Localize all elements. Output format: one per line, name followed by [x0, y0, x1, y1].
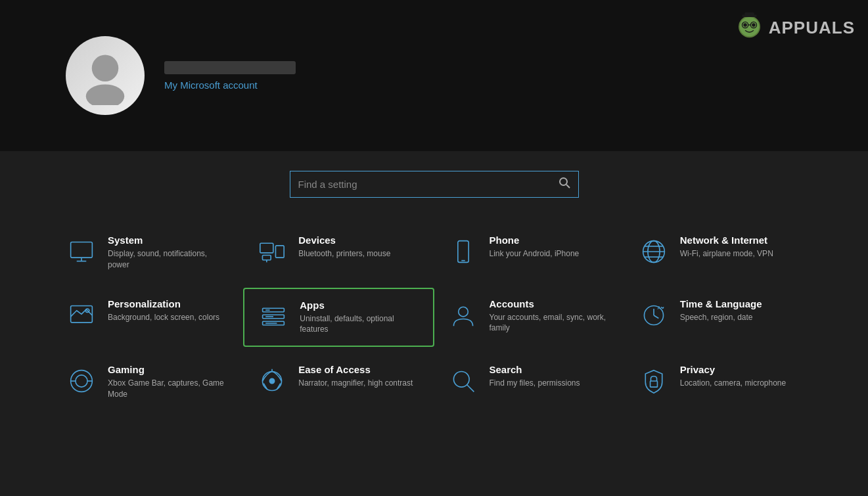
phone-title: Phone	[490, 235, 580, 246]
accounts-text: AccountsYour accounts, email, sync, work…	[490, 298, 612, 334]
setting-item-devices[interactable]: DevicesBluetooth, printers, mouse	[243, 224, 434, 281]
avatar-icon	[76, 46, 135, 105]
time-desc: Speech, region, date	[680, 312, 762, 323]
setting-item-privacy[interactable]: PrivacyLocation, camera, microphone	[625, 353, 815, 411]
search-desc: Find my files, permissions	[490, 378, 580, 389]
setting-item-gaming[interactable]: GamingXbox Game Bar, captures, Game Mode	[53, 353, 243, 411]
svg-rect-18	[263, 255, 271, 259]
personalization-text: PersonalizationBackground, lock screen, …	[108, 298, 219, 323]
privacy-text: PrivacyLocation, camera, microphone	[680, 364, 786, 389]
privacy-icon	[638, 365, 670, 397]
svg-rect-13	[71, 242, 93, 258]
personalization-icon	[66, 300, 97, 331]
phone-icon	[447, 236, 479, 267]
phone-text: PhoneLink your Android, iPhone	[490, 235, 580, 259]
setting-item-search[interactable]: SearchFind my files, permissions	[434, 353, 625, 411]
settings-grid: SystemDisplay, sound, notifications, pow…	[53, 224, 815, 411]
avatar	[66, 36, 145, 115]
search-button[interactable]	[559, 177, 570, 192]
svg-point-2	[743, 23, 747, 27]
accounts-icon	[447, 300, 479, 331]
devices-icon	[256, 236, 288, 267]
apps-text: AppsUninstall, defaults, optional featur…	[300, 300, 419, 336]
privacy-title: Privacy	[680, 364, 786, 375]
system-desc: Display, sound, notifications, power	[108, 248, 230, 271]
svg-rect-8	[744, 12, 754, 17]
network-icon	[638, 236, 670, 267]
svg-rect-49	[650, 381, 657, 387]
apps-title: Apps	[300, 300, 419, 311]
gaming-text: GamingXbox Game Bar, captures, Game Mode	[108, 364, 230, 400]
svg-point-45	[270, 379, 275, 384]
system-title: System	[108, 235, 230, 246]
svg-point-9	[92, 55, 119, 82]
svg-line-38	[654, 315, 658, 319]
svg-rect-17	[276, 246, 285, 258]
svg-rect-16	[260, 243, 273, 253]
devices-title: Devices	[298, 235, 390, 246]
setting-item-personalization[interactable]: PersonalizationBackground, lock screen, …	[53, 288, 243, 348]
ease-icon	[256, 365, 288, 397]
network-desc: Wi-Fi, airplane mode, VPN	[680, 248, 773, 259]
personalization-desc: Background, lock screen, colors	[108, 312, 219, 323]
svg-line-48	[467, 385, 474, 392]
ease-title: Ease of Access	[298, 364, 413, 375]
svg-point-35	[458, 307, 468, 317]
svg-point-10	[86, 85, 125, 106]
search-title: Search	[490, 364, 580, 375]
svg-point-3	[752, 23, 756, 27]
search-icon	[447, 365, 479, 397]
devices-text: DevicesBluetooth, printers, mouse	[298, 235, 390, 259]
header: APPUALS My Microsoft account	[0, 0, 868, 151]
microsoft-account-link[interactable]: My Microsoft account	[164, 79, 296, 91]
setting-item-phone[interactable]: PhoneLink your Android, iPhone	[434, 224, 625, 281]
gaming-desc: Xbox Game Bar, captures, Game Mode	[108, 378, 230, 400]
time-text: Time & LanguageSpeech, region, date	[680, 298, 762, 323]
main-content: SystemDisplay, sound, notifications, pow…	[0, 151, 868, 496]
svg-rect-20	[457, 241, 468, 263]
appuals-mascot-icon	[731, 10, 767, 46]
system-text: SystemDisplay, sound, notifications, pow…	[108, 235, 230, 271]
svg-point-41	[76, 375, 87, 387]
setting-item-network[interactable]: Network & InternetWi-Fi, airplane mode, …	[625, 224, 815, 281]
gaming-icon	[66, 365, 97, 397]
svg-text:A: A	[657, 305, 660, 311]
search-box[interactable]	[290, 171, 579, 198]
time-title: Time & Language	[680, 298, 762, 309]
personalization-title: Personalization	[108, 298, 219, 309]
network-title: Network & Internet	[680, 235, 773, 246]
ease-text: Ease of AccessNarrator, magnifier, high …	[298, 364, 413, 389]
gaming-title: Gaming	[108, 364, 230, 375]
apps-desc: Uninstall, defaults, optional features	[300, 313, 419, 336]
profile-name-blur	[164, 61, 296, 74]
network-text: Network & InternetWi-Fi, airplane mode, …	[680, 235, 773, 259]
setting-item-time[interactable]: A Time & LanguageSpeech, region, date	[625, 288, 815, 348]
search-input[interactable]	[298, 179, 559, 190]
accounts-desc: Your accounts, email, sync, work, family	[490, 312, 612, 334]
search-container	[53, 171, 815, 198]
search-icon	[559, 177, 570, 189]
setting-item-apps[interactable]: AppsUninstall, defaults, optional featur…	[243, 288, 434, 348]
phone-desc: Link your Android, iPhone	[490, 248, 580, 259]
ease-desc: Narrator, magnifier, high contrast	[298, 378, 413, 389]
devices-desc: Bluetooth, printers, mouse	[298, 248, 390, 259]
profile-info: My Microsoft account	[164, 61, 296, 91]
setting-item-ease[interactable]: Ease of AccessNarrator, magnifier, high …	[243, 353, 434, 411]
search-text: SearchFind my files, permissions	[490, 364, 580, 389]
privacy-desc: Location, camera, microphone	[680, 378, 786, 389]
svg-line-12	[566, 185, 570, 188]
appuals-text: APPUALS	[769, 18, 855, 38]
svg-point-11	[560, 178, 567, 185]
apps-icon	[258, 301, 289, 332]
setting-item-accounts[interactable]: AccountsYour accounts, email, sync, work…	[434, 288, 625, 348]
time-icon: A	[638, 300, 670, 331]
system-icon	[66, 236, 97, 267]
accounts-title: Accounts	[490, 298, 612, 309]
setting-item-system[interactable]: SystemDisplay, sound, notifications, pow…	[53, 224, 243, 281]
appuals-logo: APPUALS	[731, 10, 855, 46]
